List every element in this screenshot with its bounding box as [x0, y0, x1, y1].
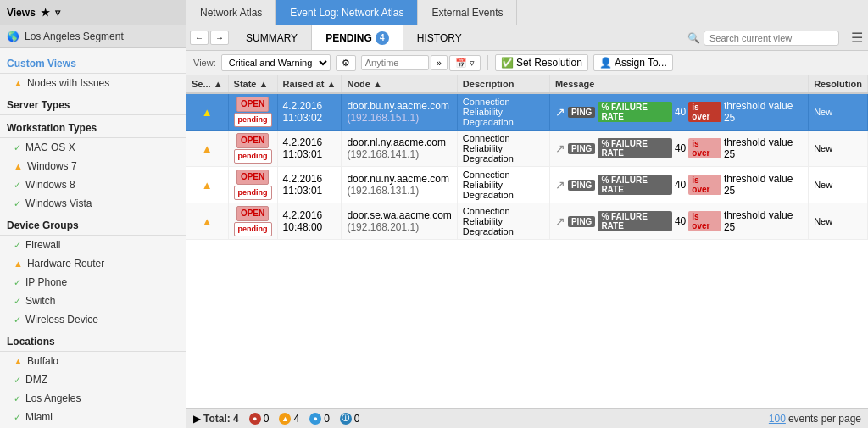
threshold-text: threshold value 25: [724, 100, 803, 124]
over-badge: is over: [688, 138, 721, 158]
sidebar-item-miami[interactable]: ✓ Miami: [0, 408, 186, 426]
sidebar-item-losangeles[interactable]: ✓ Los Angeles: [0, 389, 186, 408]
cell-state: OPEN pending: [228, 167, 277, 203]
sidebar-item-dmz[interactable]: ✓ DMZ: [0, 370, 186, 389]
status-orange: ▲ 4: [279, 413, 299, 425]
sidebar-item-firewall[interactable]: ✓ Firewall: [0, 236, 186, 254]
table-row[interactable]: ▲ OPEN pending 4.2.2016 10:48:00 door.se…: [186, 203, 868, 240]
settings-button[interactable]: ⚙: [336, 55, 356, 71]
col-resolution[interactable]: Resolution: [809, 75, 868, 93]
severity-icon: ▲: [202, 106, 213, 119]
col-severity[interactable]: Se... ▲: [186, 75, 228, 93]
views-header: Views ★ ▿: [0, 0, 186, 25]
sidebar-location-header[interactable]: 🌎 Los Angeles Segment: [0, 25, 186, 48]
col-description[interactable]: Description: [457, 75, 549, 93]
rate-value: 40: [675, 106, 686, 118]
event-log-tabs: ← → SUMMARY PENDING 4 HISTORY 🔍 ☰: [186, 25, 868, 51]
table-row[interactable]: ▲ OPEN pending 4.2.2016 11:03:02 door.bu…: [186, 93, 868, 131]
rate-value: 40: [675, 215, 686, 227]
anytime-input[interactable]: [361, 55, 429, 70]
trend-icon: ↗: [555, 178, 565, 192]
back-button[interactable]: ←: [190, 31, 209, 45]
sidebar-item-windows7[interactable]: ▲ Windows 7: [0, 157, 186, 175]
check-icon: ✅: [501, 57, 514, 69]
ping-badge: PING: [568, 180, 595, 191]
trend-icon: ↗: [555, 142, 565, 155]
cell-node: door.nl.ny.aacme.com (192.168.141.1): [342, 131, 457, 167]
events-per-page-link[interactable]: 100: [769, 413, 786, 425]
tab-external-events[interactable]: External Events: [418, 0, 517, 25]
rate-badge: % FAILURE RATE: [598, 102, 672, 122]
check-icon: ✓: [14, 314, 21, 325]
state-open-badge: OPEN: [236, 97, 269, 112]
cell-date: 4.2.2016 11:03:01: [277, 131, 342, 167]
col-node[interactable]: Node ▲: [342, 75, 457, 93]
sidebar-item-windows8[interactable]: ✓ Windows 8: [0, 175, 186, 194]
sidebar-item-ip-phone[interactable]: ✓ IP Phone: [0, 273, 186, 292]
status-blue: ● 0: [309, 413, 330, 425]
table-header-row: Se... ▲ State ▲ Raised at ▲ Node ▲ Descr…: [186, 75, 868, 93]
date-expand-button[interactable]: »: [431, 55, 448, 70]
calendar-button[interactable]: 📅 ▿: [449, 55, 481, 71]
check-icon: ✓: [14, 142, 21, 153]
cell-severity: ▲: [186, 203, 228, 240]
table-row[interactable]: ▲ OPEN pending 4.2.2016 11:03:01 door.nu…: [186, 167, 868, 203]
status-bar: ▶ Total: 4 ● 0 ▲ 4 ● 0 ⓘ 0 100 even: [186, 408, 868, 428]
cell-node: door.bu.ny.aacme.com (192.168.151.1): [342, 93, 457, 131]
warning-icon: ▲: [14, 258, 23, 269]
sidebar-item-switch[interactable]: ✓ Switch: [0, 292, 186, 310]
rate-badge: % FAILURE RATE: [598, 138, 672, 158]
events-per-page: 100 events per page: [769, 413, 861, 425]
tab-summary[interactable]: SUMMARY: [232, 25, 312, 50]
sidebar-item-nodes-with-issues[interactable]: ▲ Nodes with Issues: [0, 74, 186, 92]
tab-history[interactable]: HISTORY: [403, 25, 476, 50]
col-message[interactable]: Message: [549, 75, 808, 93]
custom-views-section: Custom Views: [0, 48, 186, 74]
cell-node: door.nu.ny.aacme.com (192.168.131.1): [342, 167, 457, 203]
table-row[interactable]: ▲ OPEN pending 4.2.2016 11:03:01 door.nl…: [186, 131, 868, 167]
cell-message: ↗ PING % FAILURE RATE 40 is over thresho…: [549, 131, 808, 167]
blue-circle: ●: [309, 413, 321, 425]
tab-pending[interactable]: PENDING 4: [312, 25, 403, 50]
view-select[interactable]: Critical and Warning: [221, 54, 331, 71]
pending-badge: 4: [376, 31, 389, 45]
filter-icon[interactable]: ▿: [55, 7, 60, 19]
menu-icon[interactable]: ☰: [846, 30, 868, 46]
tab-event-log[interactable]: Event Log: Network Atlas: [276, 0, 418, 25]
sidebar-item-windowsvista[interactable]: ✓ Windows Vista: [0, 194, 186, 213]
forward-button[interactable]: →: [210, 31, 229, 45]
severity-icon: ▲: [202, 179, 213, 192]
over-badge: is over: [688, 175, 721, 195]
tab-network-atlas[interactable]: Network Atlas: [186, 0, 276, 25]
cell-description: Connection Reliability Degradation: [457, 203, 549, 240]
warning-icon: ▲: [14, 356, 23, 366]
cell-message: ↗ PING % FAILURE RATE 40 is over thresho…: [549, 167, 808, 203]
col-state[interactable]: State ▲: [228, 75, 277, 93]
set-resolution-button[interactable]: ✅ Set Resolution: [495, 54, 588, 71]
over-badge: is over: [688, 211, 721, 231]
assign-to-button[interactable]: 👤 Assign To...: [593, 54, 673, 71]
state-open-badge: OPEN: [236, 170, 269, 185]
col-raised-at[interactable]: Raised at ▲: [277, 75, 342, 93]
star-icon[interactable]: ★: [41, 7, 50, 19]
sidebar-item-hardware-router[interactable]: ▲ Hardware Router: [0, 254, 186, 273]
status-red: ● 0: [249, 413, 270, 425]
warning-icon: ▲: [14, 78, 23, 88]
orange-circle: ▲: [279, 413, 291, 425]
sidebar-item-macosx[interactable]: ✓ MAC OS X: [0, 138, 186, 157]
state-pending-badge: pending: [234, 113, 272, 127]
sidebar-item-buffalo[interactable]: ▲ Buffalo: [0, 352, 186, 370]
warning-icon: ▲: [14, 161, 23, 171]
check-icon: ✓: [14, 375, 21, 386]
cell-description: Connection Reliability Degradation: [457, 167, 549, 203]
rate-badge: % FAILURE RATE: [598, 211, 672, 231]
sidebar-item-wireless-device[interactable]: ✓ Wireless Device: [0, 310, 186, 329]
state-pending-badge: pending: [234, 149, 272, 164]
check-icon: ✓: [14, 412, 21, 423]
cell-description: Connection Reliability Degradation: [457, 131, 549, 167]
rate-badge: % FAILURE RATE: [598, 175, 672, 195]
search-input[interactable]: [704, 31, 839, 46]
check-icon: ✓: [14, 277, 21, 288]
status-total: ▶ Total: 4: [193, 413, 239, 425]
cell-state: OPEN pending: [228, 203, 277, 240]
